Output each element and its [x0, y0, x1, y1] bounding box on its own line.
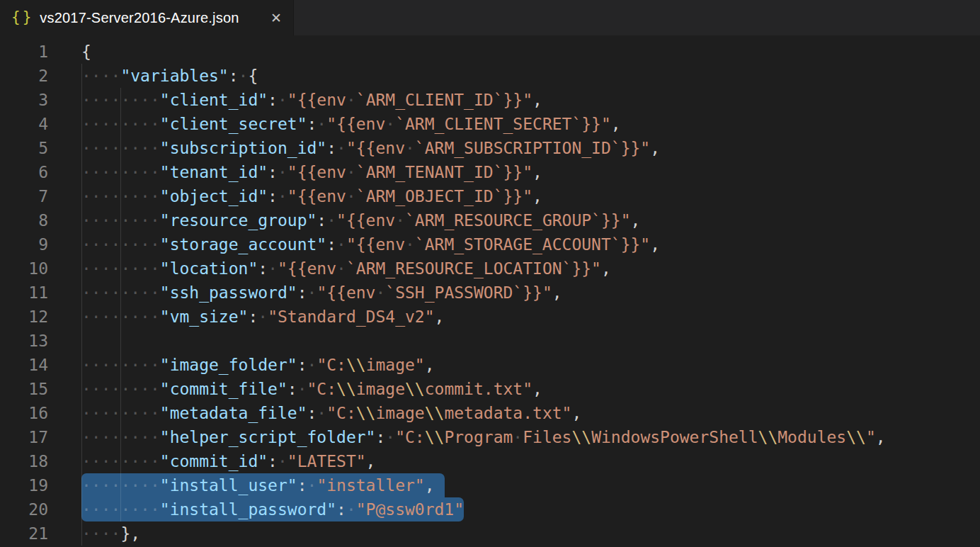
- line-content[interactable]: ····"variables":·{: [48, 64, 980, 88]
- whitespace-dots: ·: [405, 139, 415, 157]
- line-number: 6: [0, 160, 48, 184]
- whitespace-dots: ·: [385, 115, 395, 133]
- line-content[interactable]: ····},: [48, 521, 980, 546]
- line-content[interactable]: ········"vm_size":·"Standard_DS4_v2",: [48, 305, 980, 329]
- line-content[interactable]: ········"client_id":·"{{env·`ARM_CLIENT_…: [48, 88, 980, 112]
- line-number: 15: [0, 377, 48, 401]
- whitespace-dots: ·: [336, 235, 346, 254]
- whitespace-dots: ········: [81, 308, 160, 326]
- whitespace-dots: ········: [81, 235, 160, 254]
- line-number: 12: [0, 305, 48, 329]
- whitespace-dots: ·: [346, 91, 356, 109]
- whitespace-dots: ·: [326, 211, 336, 230]
- tab-bar: {} vs2017-Server2016-Azure.json ✕: [0, 0, 980, 35]
- whitespace-dots: ·: [317, 404, 326, 422]
- line-number: 10: [0, 256, 48, 281]
- whitespace-dots: ·: [307, 356, 317, 374]
- line-content[interactable]: ········"ssh_password":·"{{env·`SSH_PASS…: [48, 281, 980, 305]
- whitespace-dots: ········: [81, 139, 160, 157]
- whitespace-dots: ········: [81, 404, 160, 422]
- line-number: 21: [0, 521, 48, 546]
- editor: 1{2····"variables":·{3········"client_id…: [0, 35, 980, 546]
- whitespace-dots: ·: [278, 91, 287, 109]
- whitespace-dots: ········: [81, 115, 160, 133]
- whitespace-dots: ·: [336, 139, 346, 157]
- tab-vs2017-server2016-azure-json[interactable]: {} vs2017-Server2016-Azure.json ✕: [0, 0, 294, 35]
- whitespace-dots: ·: [336, 259, 346, 278]
- whitespace-dots: ········: [81, 211, 160, 230]
- line-content[interactable]: ········"helper_script_folder":·"C:\\Pro…: [48, 425, 980, 449]
- tab-title: vs2017-Server2016-Azure.json: [40, 10, 239, 26]
- whitespace-dots: ········: [81, 163, 160, 181]
- whitespace-dots: ·: [346, 500, 356, 519]
- line-content[interactable]: ········"object_id":·"{{env·`ARM_OBJECT_…: [48, 184, 980, 208]
- indent-guide: [81, 329, 82, 353]
- code-line: 2····"variables":·{: [0, 64, 980, 88]
- code-line: 13: [0, 329, 980, 353]
- line-number: 7: [0, 184, 48, 208]
- line-number: 17: [0, 425, 48, 449]
- line-number: 16: [0, 401, 48, 425]
- line-content[interactable]: [48, 329, 980, 353]
- code-line: 11········"ssh_password":·"{{env·`SSH_PA…: [0, 281, 980, 305]
- line-number: 19: [0, 473, 48, 497]
- code-line: 19········"install_user":·"installer",: [0, 473, 980, 497]
- line-number: 1: [0, 40, 48, 64]
- code-line: 4········"client_secret":·"{{env·`ARM_CL…: [0, 112, 980, 136]
- line-number: 8: [0, 208, 48, 232]
- whitespace-dots: ········: [81, 259, 160, 278]
- whitespace-dots: ·: [513, 428, 523, 446]
- close-icon[interactable]: ✕: [268, 9, 285, 27]
- whitespace-dots: ········: [81, 452, 160, 470]
- whitespace-dots: ········: [81, 380, 160, 398]
- line-content[interactable]: ········"commit_file":·"C:\\image\\commi…: [48, 377, 980, 401]
- code-line: 10········"location":·"{{env·`ARM_RESOUR…: [0, 256, 980, 281]
- code-line: 1{: [0, 40, 980, 64]
- code-line: 20········"install_password":·"P@ssw0rd1…: [0, 497, 980, 521]
- whitespace-dots: ·: [297, 380, 307, 398]
- line-number: 3: [0, 88, 48, 112]
- code-line: 17········"helper_script_folder":·"C:\\P…: [0, 425, 980, 449]
- line-content[interactable]: ········"install_password":·"P@ssw0rd1": [48, 497, 980, 521]
- whitespace-dots: ·: [346, 163, 356, 181]
- whitespace-dots: ·: [385, 428, 395, 446]
- whitespace-dots: ·: [268, 259, 278, 278]
- whitespace-dots: ····: [81, 67, 120, 85]
- line-content[interactable]: ········"install_user":·"installer",: [48, 473, 980, 497]
- whitespace-dots: ········: [81, 500, 160, 519]
- whitespace-dots: ·: [375, 283, 385, 302]
- line-content[interactable]: {: [48, 40, 980, 64]
- code-line: 6········"tenant_id":·"{{env·`ARM_TENANT…: [0, 160, 980, 184]
- line-content[interactable]: ········"resource_group":·"{{env·`ARM_RE…: [48, 208, 980, 232]
- code-line: 15········"commit_file":·"C:\\image\\com…: [0, 377, 980, 401]
- whitespace-dots: ········: [81, 476, 160, 495]
- line-content[interactable]: ········"image_folder":·"C:\\image",: [48, 353, 980, 377]
- line-number: 13: [0, 329, 48, 353]
- code-line: 3········"client_id":·"{{env·`ARM_CLIENT…: [0, 88, 980, 112]
- line-content[interactable]: ········"client_secret":·"{{env·`ARM_CLI…: [48, 112, 980, 136]
- code-line: 14········"image_folder":·"C:\\image",: [0, 353, 980, 377]
- code-line: 7········"object_id":·"{{env·`ARM_OBJECT…: [0, 184, 980, 208]
- whitespace-dots: ····: [81, 524, 120, 543]
- line-content[interactable]: ········"storage_account":·"{{env·`ARM_S…: [48, 232, 980, 256]
- code-line: 12········"vm_size":·"Standard_DS4_v2",: [0, 305, 980, 329]
- code-line: 18········"commit_id":·"LATEST",: [0, 449, 980, 473]
- line-content[interactable]: ········"subscription_id":·"{{env·`ARM_S…: [48, 136, 980, 160]
- line-number: 4: [0, 112, 48, 136]
- line-content[interactable]: ········"commit_id":·"LATEST",: [48, 449, 980, 473]
- json-file-icon: {}: [11, 9, 33, 26]
- whitespace-dots: ·: [395, 211, 405, 230]
- whitespace-dots: ·: [278, 187, 287, 205]
- whitespace-dots: ·: [278, 452, 287, 470]
- line-content[interactable]: ········"tenant_id":·"{{env·`ARM_TENANT_…: [48, 160, 980, 184]
- whitespace-dots: ·: [317, 115, 326, 133]
- line-number: 18: [0, 449, 48, 473]
- code-line: 5········"subscription_id":·"{{env·`ARM_…: [0, 136, 980, 160]
- whitespace-dots: ········: [81, 91, 160, 109]
- line-content[interactable]: ········"location":·"{{env·`ARM_RESOURCE…: [48, 256, 980, 281]
- line-number: 11: [0, 281, 48, 305]
- whitespace-dots: ·: [307, 283, 317, 302]
- whitespace-dots: ·: [258, 308, 268, 326]
- line-content[interactable]: ········"metadata_file":·"C:\\image\\met…: [48, 401, 980, 425]
- code-line: 16········"metadata_file":·"C:\\image\\m…: [0, 401, 980, 425]
